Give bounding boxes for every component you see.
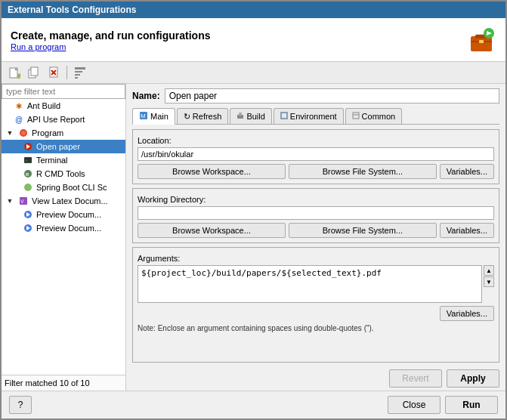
arguments-textarea[interactable]: ${project_loc}/build/papers/${selected_t…	[138, 265, 482, 303]
tree-item-program[interactable]: ▼ Program	[2, 126, 125, 140]
copy-config-button[interactable]	[26, 64, 42, 81]
scroll-up-button[interactable]: ▲	[484, 265, 494, 276]
location-section: Location: Browse Workspace... Browse Fil…	[132, 129, 499, 184]
filter-status: Filter matched 10 of 10	[2, 375, 125, 391]
svg-rect-0	[471, 36, 492, 51]
tab-environment-label: Environment	[290, 112, 337, 121]
tree-item-ant-build[interactable]: ✱ Ant Build	[2, 99, 125, 113]
name-input[interactable]	[165, 88, 499, 103]
program-icon	[18, 128, 29, 138]
tab-refresh-label: Refresh	[193, 112, 222, 121]
new-config-button[interactable]: +	[6, 64, 23, 81]
tab-build[interactable]: Build	[230, 108, 271, 124]
svg-rect-17	[75, 71, 82, 73]
working-dir-input[interactable]	[138, 206, 494, 220]
tree-item-api-use-report[interactable]: @ API Use Report	[2, 113, 125, 126]
action-buttons-row: Revert Apply	[132, 366, 499, 388]
working-dir-buttons: Browse Workspace... Browse File System..…	[138, 223, 494, 238]
toolbar: +	[2, 62, 505, 84]
location-label: Location:	[138, 136, 494, 145]
refresh-icon: ↻	[184, 112, 190, 122]
note-text: Note: Enclose an argument containing spa…	[138, 324, 494, 332]
tab-main-label: Main	[150, 112, 168, 121]
scrollbar-buttons: ▲ ▼	[484, 265, 494, 303]
tab-refresh[interactable]: ↻ Refresh	[177, 108, 229, 124]
arguments-label: Arguments:	[138, 254, 494, 263]
tree-label: Open paper	[36, 142, 80, 151]
tree-item-preview-2[interactable]: Preview Docum...	[2, 221, 125, 235]
footer-bar: ? Close Run	[2, 391, 505, 418]
tab-common[interactable]: Common	[345, 108, 403, 124]
tree-label: Spring Boot CLI Sc	[36, 183, 107, 192]
header-text: Create, manage, and run configurations R…	[11, 29, 211, 52]
ant-icon: ✱	[14, 100, 24, 111]
footer-right-buttons: Close Run	[388, 396, 498, 414]
tab-main[interactable]: M Main	[132, 108, 175, 125]
tab-build-label: Build	[246, 112, 264, 121]
location-variables-button[interactable]: Variables...	[440, 164, 494, 179]
svg-rect-12	[31, 67, 38, 76]
view-latex-icon: V	[18, 196, 29, 206]
arguments-variables-button[interactable]: Variables...	[440, 306, 494, 321]
header-icon	[466, 24, 496, 57]
tree-label: Ant Build	[27, 101, 60, 110]
toolbar-separator	[66, 66, 67, 79]
left-panel: ✱ Ant Build @ API Use Report ▼	[2, 84, 126, 391]
svg-point-28	[24, 184, 32, 191]
tree-area: ✱ Ant Build @ API Use Report ▼	[2, 99, 125, 375]
arguments-section: Arguments: ${project_loc}/build/papers/$…	[132, 247, 499, 363]
expand-icon: ▼	[5, 196, 15, 206]
svg-text:>_: >_	[25, 159, 31, 163]
tabs-bar: M Main ↻ Refresh Build	[132, 108, 499, 125]
apply-button[interactable]: Apply	[447, 369, 499, 388]
workdir-variables-button[interactable]: Variables...	[440, 223, 494, 238]
terminal-icon: >_	[23, 155, 33, 165]
page-title: Create, manage, and run configurations	[11, 29, 211, 42]
header-subtitle[interactable]: Run a program	[11, 42, 66, 51]
collapse-all-button[interactable]	[72, 64, 88, 81]
location-browse-workspace-button[interactable]: Browse Workspace...	[138, 164, 286, 179]
tree-label: View Latex Docum...	[32, 196, 108, 205]
run-icon	[466, 24, 496, 54]
delete-config-button[interactable]	[45, 64, 62, 81]
header-area: Create, manage, and run configurations R…	[2, 18, 505, 62]
close-button[interactable]: Close	[388, 396, 441, 414]
location-browse-filesystem-button[interactable]: Browse File System...	[289, 164, 437, 179]
svg-text:+: +	[19, 73, 20, 79]
workdir-browse-workspace-button[interactable]: Browse Workspace...	[138, 223, 286, 238]
tree-item-r-cmd-tools[interactable]: R R CMD Tools	[2, 167, 125, 181]
tree-item-open-paper[interactable]: Open paper	[2, 140, 125, 153]
tree-label: Terminal	[36, 156, 68, 165]
expand-icon: ▼	[5, 128, 15, 138]
workdir-browse-filesystem-button[interactable]: Browse File System...	[289, 223, 437, 238]
right-panel: Name: M Main ↻ Refresh	[126, 84, 505, 391]
svg-rect-38	[239, 113, 242, 116]
open-paper-icon	[23, 141, 33, 152]
svg-point-21	[21, 131, 26, 135]
tree-item-view-latex[interactable]: ▼ V View Latex Docum...	[2, 194, 125, 208]
location-input[interactable]	[138, 147, 494, 161]
content-area: ✱ Ant Build @ API Use Report ▼	[2, 84, 505, 391]
scroll-down-button[interactable]: ▼	[484, 276, 494, 287]
env-icon	[280, 112, 288, 121]
tab-environment[interactable]: Environment	[274, 108, 344, 124]
svg-rect-19	[75, 77, 78, 79]
help-button[interactable]: ?	[9, 396, 32, 414]
tree-item-terminal[interactable]: >_ Terminal	[2, 153, 125, 167]
svg-rect-18	[75, 74, 80, 76]
api-icon: @	[14, 114, 24, 125]
filter-input[interactable]	[2, 84, 125, 99]
working-dir-section: Working Directory: Browse Workspace... B…	[132, 188, 499, 243]
tree-label: API Use Report	[27, 115, 85, 124]
arguments-input-wrap: ${project_loc}/build/papers/${selected_t…	[138, 265, 494, 303]
revert-button[interactable]: Revert	[389, 369, 442, 388]
title-bar: External Tools Configurations	[2, 2, 505, 18]
tree-item-preview-1[interactable]: Preview Docum...	[2, 208, 125, 221]
tree-item-spring-boot[interactable]: Spring Boot CLI Sc	[2, 181, 125, 194]
svg-text:V: V	[20, 199, 24, 204]
name-row: Name:	[132, 88, 499, 103]
svg-text:M: M	[141, 113, 146, 119]
filter-status-text: Filter matched 10 of 10	[5, 378, 90, 388]
run-button[interactable]: Run	[445, 396, 498, 414]
location-buttons: Browse Workspace... Browse File System..…	[138, 164, 494, 179]
